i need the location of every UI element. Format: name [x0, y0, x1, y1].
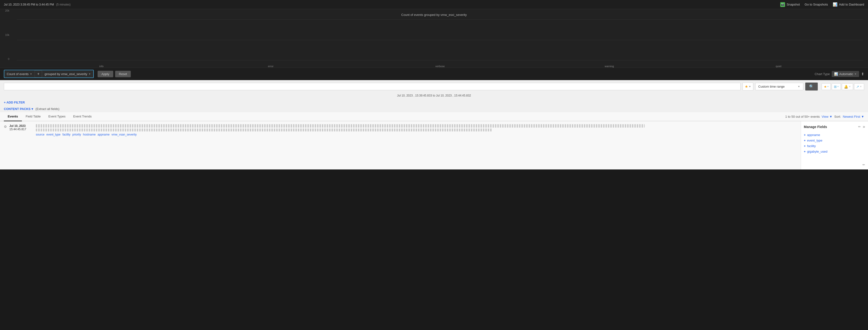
y-label-20k: 20k [5, 9, 9, 12]
event-tag-appname[interactable]: appname [98, 133, 110, 136]
add-filter-bar: + ADD FILTER [0, 99, 868, 106]
tab-events[interactable]: Events [4, 112, 22, 121]
manage-fields-collapse-icon[interactable]: » [863, 124, 865, 129]
table-row: ⚙ Jul 10, 2023 15:44:45.817 source event… [4, 124, 797, 136]
alert-button[interactable]: 🔔 ▼ [842, 83, 853, 90]
search-button[interactable]: 🔍 [805, 83, 818, 90]
event-tag-source[interactable]: source [36, 133, 44, 136]
event-date: Jul 10, 2023 [9, 124, 33, 128]
count-chevron-icon: ▼ [30, 73, 32, 75]
event-tag-hostname[interactable]: hostname [83, 133, 96, 136]
extract-all-fields[interactable]: (Extract all fields) [36, 107, 60, 111]
share-icon: ↗ [856, 85, 859, 89]
search-input[interactable] [4, 83, 741, 90]
query-bar: Count of events ▼ + grouped by vmw_esxi_… [0, 67, 868, 80]
save-star-icon: ★ [824, 85, 827, 89]
add-dashboard-icon: 📊 [833, 2, 837, 7]
y-axis: 20k 10k 0 [0, 9, 11, 60]
view-arrow-icon: ▼ [829, 115, 832, 118]
end-time: 3:44:45 PM [39, 3, 54, 6]
dashboard-grid-icon: ⊞ [834, 85, 837, 89]
grouped-by-pill[interactable]: grouped by vmw_esxi_severity ▼ [42, 71, 93, 77]
manage-fields-panel: Manage Fields ✏ » + appname + event_type… [801, 121, 868, 169]
date-to-label: to [433, 94, 435, 97]
field-label-event-type: event_type [807, 139, 823, 142]
y-label-10k: 10k [5, 33, 9, 36]
reset-button[interactable]: Reset [115, 71, 131, 77]
tabs-left: Events Field Table Event Types Event Tre… [4, 112, 95, 121]
field-plus-icon-appname: + [804, 133, 806, 137]
field-item-gigabyte-used[interactable]: + gigabyte_used [804, 149, 865, 154]
event-content: source event_type facility priority host… [36, 124, 797, 136]
time-range-arrow-icon: ▼ [798, 85, 800, 88]
content-packs-button[interactable]: CONTENT PACKS ▾ [4, 107, 33, 111]
field-plus-icon-facility: + [804, 144, 806, 148]
event-tags: source event_type facility priority host… [36, 133, 797, 136]
content-packs-bar: CONTENT PACKS ▾ (Extract all fields) [0, 106, 868, 112]
time-range-dropdown[interactable]: Custom time range ▼ [755, 83, 803, 90]
event-tag-event-type[interactable]: event_type [46, 133, 61, 136]
add-to-dashboard-button[interactable]: 📊 Add to Dashboard [833, 2, 864, 7]
field-item-appname[interactable]: + appname [804, 132, 865, 138]
time-range-label: Custom time range [758, 85, 785, 88]
event-tag-priority[interactable]: priority [72, 133, 81, 136]
sort-arrow-icon: ▼ [861, 115, 864, 118]
add-filter-button[interactable]: + ADD FILTER [4, 101, 25, 104]
field-label-gigabyte-used: gigabyte_used [807, 150, 828, 153]
tab-event-types[interactable]: Event Types [44, 112, 69, 121]
event-tag-vmw-vsan-severity[interactable]: vmw_vsan_severity [112, 133, 137, 136]
event-settings-icon[interactable]: ⚙ [4, 125, 7, 129]
manage-fields-header: Manage Fields ✏ » [804, 124, 865, 129]
add-to-dashboard-label: Add to Dashboard [839, 3, 864, 6]
field-item-event-type[interactable]: + event_type [804, 138, 865, 143]
add-query-button[interactable]: + [35, 70, 42, 78]
time-range-display: Jul 10, 2023 3:39:45 PM to 3:44:45 PM (5… [4, 3, 71, 6]
chart-bars-area: info error verbose warning quiet [17, 20, 863, 67]
share-arrow-icon: ▼ [860, 85, 862, 88]
add-to-dashboard-action-button[interactable]: ⊞ + [832, 83, 841, 90]
to-label: to [36, 3, 38, 6]
share-button[interactable]: ↗ ▼ [854, 83, 864, 90]
from-date: Jul 10, 2023 , 15:39:45.833 [397, 94, 432, 97]
tab-field-table[interactable]: Field Table [22, 112, 45, 121]
grouped-chevron-icon: ▼ [89, 73, 91, 75]
manage-fields-edit-icon[interactable]: ✏ [858, 125, 861, 129]
dashboard-plus-icon: + [837, 85, 839, 88]
view-button[interactable]: View ▼ [822, 115, 832, 118]
go-to-snapshots-button[interactable]: Go to Snapshots [805, 3, 828, 6]
save-search-button[interactable]: ★ + [822, 83, 831, 90]
start-time: Jul 10, 2023 3:39:45 PM [4, 3, 35, 6]
manage-fields-title: Manage Fields [804, 125, 827, 129]
field-label-appname: appname [807, 133, 820, 137]
tab-event-trends[interactable]: Event Trends [69, 112, 96, 121]
x-label-verbose: verbose [355, 65, 525, 67]
tabs-right: 1 to 50 out of 50+ events View ▼ Sort: N… [785, 115, 864, 118]
x-label-warning: warning [525, 65, 694, 67]
chart-type-arrow-icon: ▼ [854, 73, 857, 75]
favorites-dropdown[interactable]: ★ ▼ [743, 83, 753, 90]
apply-button[interactable]: Apply [98, 71, 113, 77]
count-of-events-pill[interactable]: Count of events ▼ [4, 71, 35, 77]
save-plus-icon: + [827, 85, 829, 88]
field-label-facility: facility [807, 144, 816, 148]
chart-type-label: Chart Type [815, 72, 830, 76]
manage-fields-edit-pencil-icon[interactable]: ✏ [863, 163, 865, 167]
event-tag-facility[interactable]: facility [62, 133, 70, 136]
chart-type-dropdown[interactable]: 📊 Automatic ▼ [832, 71, 859, 77]
query-section: Count of events ▼ + grouped by vmw_esxi_… [4, 70, 94, 78]
field-item-facility[interactable]: + facility [804, 143, 865, 149]
bell-arrow-icon: ▼ [848, 85, 851, 88]
collapse-panel-icon[interactable]: ⬆ [861, 72, 864, 76]
event-time: 15:44:45.817 [9, 128, 33, 131]
tabs-bar: Events Field Table Event Types Event Tre… [0, 112, 868, 121]
bell-icon: 🔔 [844, 85, 848, 89]
events-count: 1 to 50 out of 50+ events [785, 115, 820, 118]
snapshot-button[interactable]: 📷 Snapshot [780, 2, 800, 7]
y-label-0: 0 [8, 57, 9, 60]
field-plus-icon-event-type: + [804, 139, 806, 142]
content-packs-chevron-icon: ▾ [31, 107, 33, 111]
sort-button[interactable]: Newest First ▼ [843, 115, 864, 118]
sort-label: Sort: [834, 115, 841, 118]
events-list: ⚙ Jul 10, 2023 15:44:45.817 source event… [0, 121, 801, 169]
event-text-line1 [36, 124, 645, 128]
